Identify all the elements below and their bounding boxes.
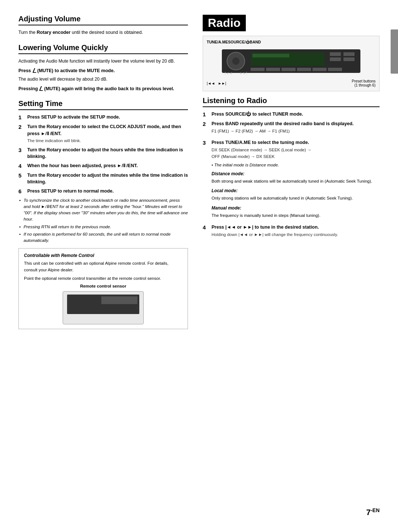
svg-rect-7 [343, 52, 355, 56]
page-number: 7-EN [366, 507, 380, 517]
arrow-indicator: → [136, 306, 139, 310]
lowering-volume-step2: Pressing ⎳ (MUTE) again will bring the a… [18, 85, 188, 92]
listening-to-radio-section: Listening to Radio 1 Press SOURCE/⏻ to s… [203, 96, 380, 238]
svg-rect-10 [266, 68, 280, 71]
manual-mode-title: Manual mode: [212, 205, 380, 211]
remote-control-text1: This unit can be controlled with an opti… [24, 260, 182, 273]
setting-time-steps: 1 Press SETUP to activate the SETUP mode… [18, 114, 188, 195]
svg-rect-5 [330, 52, 341, 56]
step-6: 6 Press SETUP to return to normal mode. [18, 188, 188, 195]
listen-step-4: 4 Press |◄◄ or ►►| to tune in the desire… [203, 224, 380, 238]
svg-point-2 [232, 57, 240, 65]
adjusting-volume-heading: Adjusting Volume [18, 15, 188, 25]
sensor-label: Remote control sensor [24, 284, 182, 288]
local-mode-title: Local mode: [212, 187, 380, 194]
local-mode-desc: Only strong stations will be automatical… [212, 195, 380, 201]
step-3: 3 Turn the Rotary encoder to adjust the … [18, 147, 188, 161]
listen-step-3: 3 Press TUNE/A.ME to select the tuning m… [203, 139, 380, 222]
left-column: Adjusting Volume Turn the Rotary encoder… [18, 15, 188, 337]
next-btn-label: ►►| [218, 81, 226, 85]
svg-rect-14 [328, 68, 342, 71]
step-5: 5 Turn the Rotary encoder to adjust the … [18, 172, 188, 186]
distance-mode-title: Distance mode: [212, 170, 380, 177]
side-tab [391, 29, 398, 74]
page-container: Adjusting Volume Turn the Rotary encoder… [0, 0, 398, 532]
remote-control-text2: Point the optional remote control transm… [24, 275, 182, 282]
distance-mode-desc: Both strong and weak stations will be au… [212, 178, 380, 184]
prev-btn-label: |◄◄ [207, 81, 215, 85]
bullet-1: To synchronize the clock to another cloc… [18, 197, 188, 223]
diagram-bottom: |◄◄ ►►| Preset buttons(1 through 6) [207, 79, 376, 87]
radio-diagram: TUNE/A.ME SOURCE/⏻ BAND [203, 36, 380, 91]
page-suffix: -EN [371, 507, 380, 513]
lowering-volume-intro: Activating the Audio Mute function will … [18, 58, 188, 64]
bullet-3: If no operation is performed for 60 seco… [18, 231, 188, 244]
radio-heading: Radio [203, 15, 246, 31]
source-label: SOURCE/⏻ [228, 40, 250, 44]
svg-rect-9 [251, 68, 265, 71]
tune-label: TUNE/A.ME [207, 40, 228, 44]
svg-rect-13 [313, 68, 327, 71]
tuning-flow: DX SEEK (Distance mode) → SEEK (Local mo… [212, 147, 380, 160]
lowering-volume-step1: Press ⎳ (MUTE) to activate the MUTE mode… [18, 67, 188, 74]
svg-rect-11 [282, 68, 296, 71]
manual-mode-desc: The frequency is manually tuned in steps… [212, 212, 380, 219]
svg-text:►►|: ►►| [240, 71, 247, 75]
svg-rect-4 [252, 54, 289, 57]
setting-time-heading: Setting Time [18, 99, 188, 110]
right-column: Radio TUNE/A.ME SOURCE/⏻ BAND [203, 15, 380, 337]
svg-rect-12 [297, 68, 311, 71]
step-4: 4 When the hour has been adjusted, press… [18, 162, 188, 170]
adjusting-volume-instruction: Turn the Rotary encoder until the desire… [18, 29, 188, 36]
svg-text:|◄◄: |◄◄ [225, 71, 232, 75]
adjusting-volume-section: Adjusting Volume Turn the Rotary encoder… [18, 15, 188, 36]
distance-mode: Distance mode: Both strong and weak stat… [212, 170, 380, 184]
remote-control-title: Controllable with Remote Control [24, 253, 182, 258]
band-label: BAND [250, 40, 261, 44]
listen-step-2: 2 Press BAND repeatedly until the desire… [203, 120, 380, 137]
lowering-volume-section: Lowering Volume Quickly Activating the A… [18, 43, 188, 92]
page-num-value: 7 [366, 508, 371, 517]
setting-time-bullets: To synchronize the clock to another cloc… [18, 197, 188, 244]
device-illustration: → [63, 291, 144, 324]
remote-control-box: Controllable with Remote Control This un… [18, 248, 188, 329]
lowering-volume-heading: Lowering Volume Quickly [18, 43, 188, 54]
svg-rect-8 [343, 57, 355, 61]
step-2: 2 Turn the Rotary encoder to select the … [18, 123, 188, 144]
top-section: Adjusting Volume Turn the Rotary encoder… [18, 15, 380, 337]
tune-note: Holding down |◄◄ or ►►| will change the … [212, 232, 380, 238]
listening-steps: 1 Press SOURCE/⏻ to select TUNER mode. 2… [203, 111, 380, 238]
device-display [101, 296, 137, 304]
svg-rect-6 [330, 57, 341, 61]
arrow-buttons-label: |◄◄ ►►| [207, 79, 226, 87]
diagram-labels: TUNE/A.ME SOURCE/⏻ BAND [207, 40, 376, 44]
listening-heading: Listening to Radio [203, 96, 380, 107]
lowering-volume-step1-note: The audio level will decrease by about 2… [18, 76, 188, 82]
manual-mode: Manual mode: The frequency is manually t… [212, 205, 380, 219]
device-body [67, 295, 139, 314]
preset-buttons-label: Preset buttons(1 through 6) [352, 79, 376, 87]
setting-time-section: Setting Time 1 Press SETUP to activate t… [18, 99, 188, 329]
local-mode: Local mode: Only strong stations will be… [212, 187, 380, 201]
initial-mode-note: • The initial mode is Distance mode. [212, 162, 380, 168]
listen-step-1: 1 Press SOURCE/⏻ to select TUNER mode. [203, 111, 380, 118]
bullet-2: Pressing RTN will return to the previous… [18, 224, 188, 230]
band-flow: F1 (FM1) → F2 (FM2) → AM → F1 (FM1) [212, 128, 380, 134]
step-1: 1 Press SETUP to activate the SETUP mode… [18, 114, 188, 121]
radio-svg: |◄◄ ►►| [207, 46, 376, 76]
